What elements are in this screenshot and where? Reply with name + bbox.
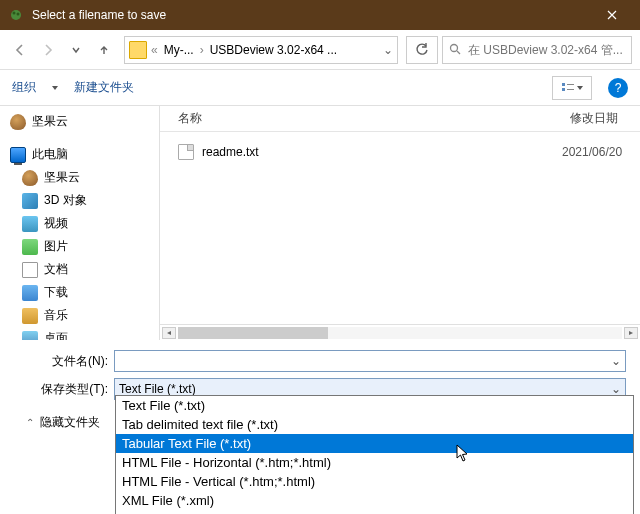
tree-item[interactable]: 音乐 xyxy=(8,304,151,327)
column-name[interactable]: 名称 xyxy=(178,110,570,127)
pc-icon xyxy=(10,147,26,163)
tree-item-label: 音乐 xyxy=(44,307,68,324)
search-box[interactable] xyxy=(442,36,632,64)
tree-item-label: 桌面 xyxy=(44,330,68,340)
titlebar: Select a filename to save xyxy=(0,0,640,30)
tree-item[interactable]: 桌面 xyxy=(8,327,151,340)
nav-bar: « My-... › USBDeview 3.02-x64 ... ⌄ xyxy=(0,30,640,70)
svg-point-3 xyxy=(451,45,458,52)
dropdown-option[interactable]: XML File (*.xml) xyxy=(116,491,633,510)
dropdown-option[interactable]: HTML File - Vertical (*.htm;*.html) xyxy=(116,472,633,491)
dropdown-option[interactable]: Text File (*.txt) xyxy=(116,396,633,415)
horizontal-scrollbar[interactable]: ◂ ▸ xyxy=(160,324,640,340)
file-row[interactable]: readme.txt2021/06/20 xyxy=(178,140,632,164)
svg-rect-6 xyxy=(567,84,574,85)
file-list: readme.txt2021/06/20 xyxy=(160,132,640,324)
tree-item[interactable]: 下载 xyxy=(8,281,151,304)
crumb-segment[interactable]: My-... xyxy=(162,43,196,57)
filetype-label: 保存类型(T): xyxy=(14,381,114,398)
dropdown-option[interactable]: Tabular Text File (*.txt) xyxy=(116,434,633,453)
column-date[interactable]: 修改日期 xyxy=(570,110,640,127)
folder-icon xyxy=(129,41,147,59)
tree-item-label: 此电脑 xyxy=(32,146,68,163)
breadcrumb[interactable]: « My-... › USBDeview 3.02-x64 ... ⌄ xyxy=(124,36,398,64)
file-icon xyxy=(178,144,194,160)
search-input[interactable] xyxy=(468,43,625,57)
organize-menu[interactable]: 组织 xyxy=(12,79,36,96)
filename-label: 文件名(N): xyxy=(14,353,114,370)
file-date: 2021/06/20 xyxy=(562,145,632,159)
desk-icon xyxy=(22,331,38,341)
pic-icon xyxy=(22,239,38,255)
tree-item[interactable]: 3D 对象 xyxy=(8,189,151,212)
tree-item[interactable]: 坚果云 xyxy=(8,110,151,133)
scroll-right-button[interactable]: ▸ xyxy=(624,327,638,339)
svg-point-2 xyxy=(17,13,20,16)
main-area: 坚果云此电脑坚果云3D 对象视频图片文档下载音乐桌面 名称 修改日期 readm… xyxy=(0,106,640,340)
chevron-up-icon: ⌃ xyxy=(26,417,34,428)
file-header: 名称 修改日期 xyxy=(160,106,640,132)
tree-item[interactable]: 文档 xyxy=(8,258,151,281)
tree-item-label: 文档 xyxy=(44,261,68,278)
back-button[interactable] xyxy=(8,38,32,62)
scroll-left-button[interactable]: ◂ xyxy=(162,327,176,339)
svg-rect-4 xyxy=(562,83,565,86)
help-button[interactable]: ? xyxy=(608,78,628,98)
close-button[interactable] xyxy=(592,0,632,30)
crumb-sep: « xyxy=(151,43,158,57)
file-name: readme.txt xyxy=(202,145,554,159)
scroll-track[interactable] xyxy=(178,327,622,339)
hide-folders-toggle[interactable]: ⌃ 隐藏文件夹 xyxy=(14,406,114,431)
crumb-segment[interactable]: USBDeview 3.02-x64 ... xyxy=(208,43,339,57)
tree-item-label: 视频 xyxy=(44,215,68,232)
chevron-down-icon[interactable]: ⌄ xyxy=(383,43,393,57)
recent-dropdown[interactable] xyxy=(64,38,88,62)
chevron-down-icon[interactable]: ⌄ xyxy=(611,382,621,396)
nut-icon xyxy=(10,114,26,130)
chevron-down-icon[interactable]: ⌄ xyxy=(611,354,621,368)
dropdown-option[interactable]: Comma delimited text file (*.csv) xyxy=(116,510,633,514)
tree-item[interactable]: 此电脑 xyxy=(8,143,151,166)
nut-icon xyxy=(22,170,38,186)
search-icon xyxy=(449,43,462,56)
mus-icon xyxy=(22,308,38,324)
svg-rect-7 xyxy=(567,89,574,90)
vid-icon xyxy=(22,216,38,232)
tree-item-label: 坚果云 xyxy=(32,113,68,130)
filetype-dropdown[interactable]: Text File (*.txt)Tab delimited text file… xyxy=(115,395,634,514)
view-options-button[interactable] xyxy=(552,76,592,100)
tree-item[interactable]: 图片 xyxy=(8,235,151,258)
forward-button[interactable] xyxy=(36,38,60,62)
tree-pane: 坚果云此电脑坚果云3D 对象视频图片文档下载音乐桌面 xyxy=(0,106,160,340)
refresh-button[interactable] xyxy=(406,36,438,64)
filename-input[interactable] xyxy=(119,354,611,369)
filetype-value: Text File (*.txt) xyxy=(119,382,196,396)
chevron-right-icon: › xyxy=(200,43,204,57)
file-pane: 名称 修改日期 readme.txt2021/06/20 ◂ ▸ xyxy=(160,106,640,340)
new-folder-button[interactable]: 新建文件夹 xyxy=(74,79,134,96)
cube-icon xyxy=(22,193,38,209)
app-icon xyxy=(8,7,24,23)
tree-item[interactable]: 坚果云 xyxy=(8,166,151,189)
svg-rect-5 xyxy=(562,88,565,91)
chevron-down-icon xyxy=(52,85,58,91)
tree-item-label: 3D 对象 xyxy=(44,192,87,209)
dropdown-option[interactable]: Tab delimited text file (*.txt) xyxy=(116,415,633,434)
hide-folders-label: 隐藏文件夹 xyxy=(40,414,100,431)
scroll-thumb[interactable] xyxy=(178,327,328,339)
tree-item-label: 下载 xyxy=(44,284,68,301)
tree-item-label: 坚果云 xyxy=(44,169,80,186)
up-button[interactable] xyxy=(92,38,116,62)
svg-point-0 xyxy=(11,10,21,20)
tree-item[interactable]: 视频 xyxy=(8,212,151,235)
svg-point-1 xyxy=(13,12,16,15)
filename-combo[interactable]: ⌄ xyxy=(114,350,626,372)
dl-icon xyxy=(22,285,38,301)
toolbar: 组织 新建文件夹 ? xyxy=(0,70,640,106)
window-title: Select a filename to save xyxy=(32,8,592,22)
tree-item-label: 图片 xyxy=(44,238,68,255)
doc-icon xyxy=(22,262,38,278)
dropdown-option[interactable]: HTML File - Horizontal (*.htm;*.html) xyxy=(116,453,633,472)
